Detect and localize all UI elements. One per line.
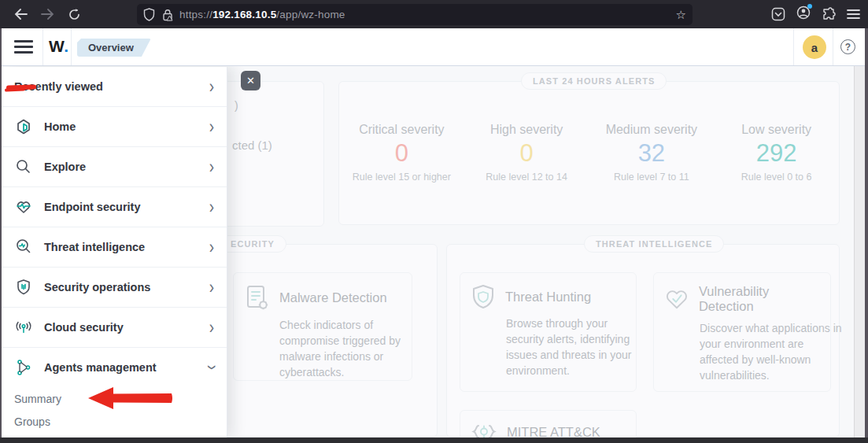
- menu-item-threat-intelligence[interactable]: Threat intelligence ›: [2, 227, 227, 267]
- menu-item-label: Security operations: [44, 281, 150, 293]
- header-divider: [833, 28, 833, 65]
- mitre-attack-icon: [471, 422, 497, 437]
- navigation-flyout-menu: Recently viewed › Home › Explore › End: [2, 67, 227, 437]
- back-icon[interactable]: [9, 3, 31, 25]
- stat-low: Low severity 292 Rule level 0 to 6: [714, 123, 839, 183]
- threat-intelligence-icon: [14, 238, 33, 257]
- close-icon[interactable]: ✕: [241, 71, 260, 90]
- header-divider: [793, 28, 794, 65]
- alerts-24h-panel: Critical severity 0 Rule level 15 or hig…: [338, 81, 840, 225]
- menu-item-label: Endpoint security: [44, 201, 140, 213]
- menu-item-label: Threat intelligence: [44, 241, 145, 253]
- url-bar[interactable]: https://192.168.10.5/app/wz-home ☆: [137, 4, 693, 25]
- annotation-red-arrow: [87, 385, 175, 412]
- window-border: [865, 28, 868, 443]
- cloud-security-icon: [14, 318, 33, 337]
- menu-item-cloud-security[interactable]: Cloud security ›: [2, 307, 227, 347]
- vulnerability-detection-icon: [665, 287, 689, 311]
- threat-hunting-card[interactable]: Threat Hunting Browse through your secur…: [460, 272, 637, 392]
- window-border: [0, 28, 2, 443]
- window-border: [0, 437, 868, 443]
- chevron-right-icon: ›: [209, 76, 214, 98]
- search-icon: [14, 157, 33, 176]
- home-icon: [14, 117, 33, 136]
- url-text[interactable]: https://192.168.10.5/app/wz-home: [179, 9, 345, 20]
- menu-item-explore[interactable]: Explore ›: [2, 146, 227, 186]
- breadcrumb-overview[interactable]: Overview: [77, 39, 151, 57]
- reload-icon[interactable]: [63, 3, 85, 25]
- account-notification-dot: [807, 4, 812, 9]
- chevron-right-icon: ›: [209, 236, 214, 258]
- chevron-right-icon: ›: [209, 116, 214, 138]
- chevron-right-icon: ›: [209, 276, 214, 298]
- mitre-attack-card[interactable]: MITRE ATT&CK: [460, 410, 637, 437]
- threat-hunting-icon: [471, 284, 495, 309]
- help-icon[interactable]: ?: [840, 39, 855, 54]
- agents-management-icon: [14, 358, 33, 377]
- pocket-icon[interactable]: [771, 7, 785, 21]
- app-menu-hamburger-icon[interactable]: [14, 40, 33, 54]
- tracking-shield-icon[interactable]: [143, 8, 155, 21]
- header-divider: [42, 28, 43, 65]
- lock-warning-icon[interactable]: [162, 9, 173, 21]
- chevron-down-icon: ›: [201, 365, 223, 370]
- forward-icon[interactable]: [36, 3, 58, 25]
- malware-detection-card[interactable]: Malware Detection Check indicators of co…: [233, 272, 412, 381]
- threat-panel-title: THREAT INTELLIGENCE: [584, 235, 724, 253]
- menu-item-home[interactable]: Home ›: [2, 106, 227, 146]
- scrollbar[interactable]: [854, 66, 865, 437]
- menu-item-agents-management[interactable]: Agents management ›: [2, 347, 227, 387]
- header-divider: [71, 28, 72, 65]
- alerts-panel-title: LAST 24 HOURS ALERTS: [521, 72, 667, 90]
- menu-subitem-groups[interactable]: Groups: [2, 410, 227, 433]
- stat-high: High severity 0 Rule level 12 to 14: [464, 123, 589, 183]
- chevron-right-icon: ›: [209, 196, 214, 218]
- menu-item-label: Agents management: [44, 361, 157, 374]
- browser-toolbar: https://192.168.10.5/app/wz-home ☆: [0, 0, 868, 28]
- security-operations-icon: [14, 278, 33, 297]
- agents-legend-fragment: cted (1): [232, 138, 272, 152]
- wazuh-logo[interactable]: W.: [49, 37, 69, 56]
- chevron-right-icon: ›: [209, 156, 214, 178]
- bookmark-star-icon[interactable]: ☆: [676, 8, 686, 22]
- menu-item-label: Home: [44, 120, 76, 133]
- stat-medium: Medium severity 32 Rule level 7 to 11: [589, 123, 715, 183]
- stat-critical: Critical severity 0 Rule level 15 or hig…: [339, 123, 464, 183]
- app-header: W. Overview a ?: [2, 28, 866, 66]
- menu-item-security-operations[interactable]: Security operations ›: [2, 267, 227, 307]
- agents-legend-fragment: ): [235, 99, 238, 112]
- endpoint-security-icon: [14, 198, 33, 216]
- menu-item-label: Explore: [44, 161, 86, 173]
- browser-window: https://192.168.10.5/app/wz-home ☆ W. Ov…: [0, 0, 868, 443]
- extensions-puzzle-icon[interactable]: [822, 7, 836, 21]
- vulnerability-detection-card[interactable]: Vulnerability Detection Discover what ap…: [653, 272, 831, 392]
- avatar[interactable]: a: [803, 35, 826, 59]
- account-icon[interactable]: [796, 6, 811, 23]
- menu-item-endpoint-security[interactable]: Endpoint security ›: [2, 186, 227, 227]
- menu-item-label: Cloud security: [44, 321, 124, 334]
- url-host: 192.168.10.5: [212, 9, 276, 20]
- browser-menu-icon[interactable]: [847, 9, 860, 20]
- chevron-right-icon: ›: [209, 316, 214, 338]
- malware-detection-icon: [245, 284, 269, 311]
